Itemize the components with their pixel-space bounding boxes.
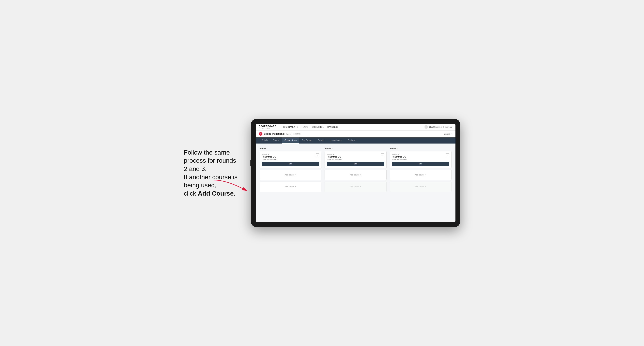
round-1-course-label: (Course A) (262, 153, 277, 155)
brand-logo: SCOREBOARD Powered by clippd (259, 125, 276, 129)
tab-details[interactable]: Details (259, 137, 270, 144)
cancel-icon: ✕ (451, 133, 452, 135)
round-1-add-course-1[interactable]: Add Course + (260, 170, 322, 180)
round-2-course-label: (Course A) (327, 153, 342, 155)
round-2-course-card: (Course A) Peachtree GC Yellow (M) (6629… (324, 151, 386, 168)
add-course-label-r2-1: Add Course + (350, 174, 361, 176)
round-2-add-course-1[interactable]: Add Course + (324, 170, 386, 180)
add-course-label-r3-1: Add Course + (415, 174, 426, 176)
round-3-card-actions: ✕ (446, 153, 449, 157)
tab-course-setup[interactable]: Course Setup (282, 137, 299, 144)
sub-header: C Clippd Invitational (Men) Hosting Canc… (256, 131, 456, 137)
round-2-add-course-2: Add Course + (324, 181, 386, 192)
round-2-card-header: (Course A) Peachtree GC Yellow (M) (6629… (327, 153, 384, 160)
round-3-card-header: (Course A) Peachtree GC Yellow (M) (6629… (392, 153, 449, 160)
hosting-badge: Hosting (293, 133, 301, 135)
add-course-label-r3-2: Add Course + (415, 186, 426, 188)
tab-tee-groups[interactable]: Tee Groups (299, 137, 315, 144)
user-email: blair@clippd.io (429, 126, 442, 128)
round-1-course-name: Peachtree GC (262, 156, 277, 158)
tab-leaderboards[interactable]: Leaderboards (327, 137, 345, 144)
round-3-course-card: (Course A) Peachtree GC Yellow (M) (6629… (390, 151, 452, 168)
brand-name: SCOREBOARD (259, 125, 276, 127)
round-1-course-card: (Course A) Peachtree GC Yellow (M) (6629… (260, 151, 322, 168)
nav-separator: | (444, 126, 444, 128)
top-nav-right: blair@clippd.io | Sign out (424, 125, 452, 129)
nav-committee[interactable]: COMMITTEE (312, 126, 324, 128)
round-1-edit-btn[interactable]: Edit (262, 162, 319, 166)
top-nav: SCOREBOARD Powered by clippd TOURNAMENTS… (256, 124, 456, 131)
round-3-delete-btn[interactable]: ✕ (446, 153, 449, 157)
rounds-grid: Round 1 (Course A) Peachtree GC Yellow (… (260, 148, 452, 193)
round-3-add-course-2: Add Course + (390, 181, 452, 192)
round-3-title: Round 3 (390, 148, 452, 150)
tablet-device: SCOREBOARD Powered by clippd TOURNAMENTS… (251, 119, 460, 227)
round-1-column: Round 1 (Course A) Peachtree GC Yellow (… (260, 148, 322, 193)
powered-by: Powered by clippd (259, 127, 276, 129)
round-2-course-details: Yellow (M) (6629 yds) (327, 158, 342, 160)
instruction-panel: Follow the same process for rounds 2 and… (184, 149, 239, 198)
nav-teams[interactable]: TEAMS (302, 126, 308, 128)
cancel-button[interactable]: Cancel ✕ (444, 133, 452, 135)
tournament-gender: (Men) (286, 133, 291, 135)
user-avatar (424, 125, 428, 129)
tabs-bar: Details Teams Course Setup Tee Groups Re… (256, 137, 456, 144)
nav-tournaments[interactable]: TOURNAMENTS (283, 126, 298, 128)
round-3-course-details: Yellow (M) (6629 yds) (392, 158, 407, 160)
add-course-label-2: Add Course + (285, 186, 296, 188)
tab-teams[interactable]: Teams (270, 137, 282, 144)
round-3-course-label: (Course A) (392, 153, 407, 155)
add-course-label-r2-2: Add Course + (350, 186, 361, 188)
instruction-text-content: Follow the same process for rounds 2 and… (184, 149, 238, 197)
round-3-edit-btn[interactable]: Edit (392, 162, 449, 166)
round-1-course-details: Yellow (M) (6629 yds) (262, 158, 277, 160)
tab-results[interactable]: Results (315, 137, 327, 144)
round-2-card-actions: ✕ (381, 153, 384, 157)
plus-icon-r3-1: + (425, 174, 426, 176)
round-2-title: Round 2 (324, 148, 386, 150)
add-course-label-1: Add Course + (285, 174, 296, 176)
clippd-icon: C (259, 132, 262, 136)
round-2-delete-btn[interactable]: ✕ (381, 153, 384, 157)
round-1-delete-btn[interactable]: ✕ (316, 153, 319, 157)
round-3-column: Round 3 (Course A) Peachtree GC Yellow (… (390, 148, 452, 193)
plus-icon-1: + (295, 174, 296, 176)
sign-out-link[interactable]: Sign out (445, 126, 452, 128)
round-1-add-course-2[interactable]: Add Course + (260, 181, 322, 192)
nav-rankings[interactable]: RANKINGS (327, 126, 338, 128)
round-2-course-name: Peachtree GC (327, 156, 342, 158)
round-2-edit-btn[interactable]: Edit (327, 162, 384, 166)
page-wrapper: Follow the same process for rounds 2 and… (184, 119, 460, 227)
sub-header-left: C Clippd Invitational (Men) Hosting (259, 132, 301, 136)
top-nav-links: TOURNAMENTS TEAMS COMMITTEE RANKINGS (283, 126, 420, 128)
tab-printables[interactable]: Printables (345, 137, 359, 144)
round-3-course-name: Peachtree GC (392, 156, 407, 158)
plus-icon-r2-1: + (360, 174, 361, 176)
round-1-card-header: (Course A) Peachtree GC Yellow (M) (6629… (262, 153, 319, 160)
round-1-card-actions: ✕ (316, 153, 319, 157)
round-1-title: Round 1 (260, 148, 322, 150)
tablet-screen: SCOREBOARD Powered by clippd TOURNAMENTS… (256, 124, 456, 222)
tournament-name: Clippd Invitational (264, 133, 284, 135)
plus-icon-2: + (295, 186, 296, 188)
round-2-column: Round 2 (Course A) Peachtree GC Yellow (… (324, 148, 386, 193)
plus-icon-r2-2: + (360, 186, 361, 188)
round-3-add-course-1[interactable]: Add Course + (390, 170, 452, 180)
tablet-side-button (250, 160, 251, 166)
content-area: Round 1 (Course A) Peachtree GC Yellow (… (256, 144, 456, 222)
plus-icon-r3-2: + (425, 186, 426, 188)
